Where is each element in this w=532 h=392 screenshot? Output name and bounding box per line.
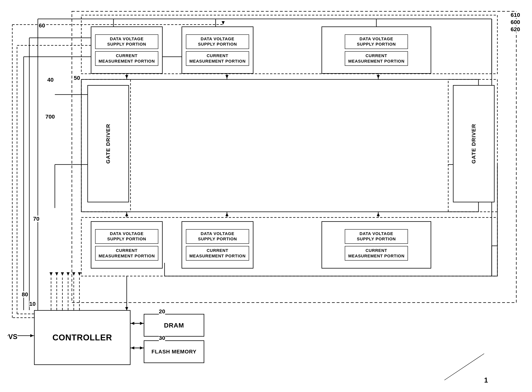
svg-marker-72	[30, 334, 34, 337]
svg-marker-64	[140, 322, 143, 325]
vs-label: VS	[8, 333, 17, 341]
top-cmp-2: CURRENTMEASUREMENT PORTION	[186, 51, 249, 66]
left-gate-driver-label: GATE DRIVER	[105, 124, 111, 163]
top-driver-box-3: DATA VOLTAGESUPPLY PORTION CURRENTMEASUR…	[322, 27, 431, 74]
svg-marker-70	[131, 346, 134, 350]
bottom-driver-box-1: DATA VOLTAGESUPPLY PORTION CURRENTMEASUR…	[91, 221, 163, 269]
svg-marker-29	[50, 272, 53, 276]
bottom-driver-box-2: DATA VOLTAGESUPPLY PORTION CURRENTMEASUR…	[182, 221, 253, 269]
bot-cmp-3: CURRENTMEASUREMENT PORTION	[345, 246, 408, 261]
svg-marker-68	[140, 346, 143, 350]
svg-marker-31	[61, 272, 64, 276]
svg-marker-38	[225, 213, 229, 216]
ref-1: 1	[484, 376, 488, 384]
svg-marker-34	[78, 272, 81, 276]
top-driver-box-2: DATA VOLTAGESUPPLY PORTION CURRENTMEASUR…	[182, 27, 253, 74]
svg-marker-30	[55, 272, 58, 276]
top-dvs-1: DATA VOLTAGESUPPLY PORTION	[95, 34, 158, 49]
controller-box: CONTROLLER	[34, 310, 131, 365]
bot-dvs-3: DATA VOLTAGESUPPLY PORTION	[345, 229, 408, 244]
svg-marker-40	[377, 213, 380, 216]
ref-80: 80	[22, 291, 28, 298]
ref-20: 20	[159, 308, 165, 315]
right-gate-driver-label: GATE DRIVER	[471, 124, 477, 163]
ref-40: 40	[47, 77, 54, 83]
svg-marker-66	[131, 322, 134, 325]
bottom-driver-box-3: DATA VOLTAGESUPPLY PORTION CURRENTMEASUR…	[322, 221, 431, 269]
top-dvs-3: DATA VOLTAGESUPPLY PORTION	[345, 34, 408, 49]
svg-marker-81	[222, 21, 225, 25]
dram-label: DRAM	[164, 322, 184, 329]
right-gate-driver-box: GATE DRIVER	[453, 85, 495, 202]
dram-box: DRAM	[144, 314, 204, 337]
svg-marker-33	[72, 272, 75, 276]
ref-620: 620	[511, 26, 520, 33]
bot-cmp-2: CURRENTMEASUREMENT PORTION	[186, 246, 249, 261]
top-cmp-1: CURRENTMEASUREMENT PORTION	[95, 51, 158, 66]
svg-marker-44	[225, 75, 229, 79]
ref-600: 600	[511, 19, 520, 25]
left-gate-driver-box: GATE DRIVER	[87, 85, 129, 202]
ref-70: 70	[33, 215, 39, 222]
ref-30: 30	[159, 335, 165, 341]
ref-60: 60	[39, 22, 45, 29]
bot-dvs-2: DATA VOLTAGESUPPLY PORTION	[186, 229, 249, 244]
svg-rect-2	[81, 79, 478, 212]
top-cmp-3: CURRENTMEASUREMENT PORTION	[345, 51, 408, 66]
svg-marker-46	[377, 75, 380, 79]
flash-memory-label: FLASH MEMORY	[151, 349, 196, 355]
top-dvs-2: DATA VOLTAGESUPPLY PORTION	[186, 34, 249, 49]
ref-700: 700	[45, 113, 55, 120]
svg-marker-42	[125, 75, 128, 79]
bot-cmp-1: CURRENTMEASUREMENT PORTION	[95, 246, 158, 261]
svg-line-73	[444, 354, 484, 380]
flash-memory-box: FLASH MEMORY	[144, 340, 204, 363]
controller-label: CONTROLLER	[52, 333, 112, 342]
svg-marker-36	[125, 213, 128, 216]
ref-610: 610	[511, 12, 520, 18]
ref-10: 10	[29, 301, 36, 307]
ref-50: 50	[74, 75, 80, 81]
bot-dvs-1: DATA VOLTAGESUPPLY PORTION	[95, 229, 158, 244]
top-driver-box-1: DATA VOLTAGESUPPLY PORTION CURRENTMEASUR…	[91, 27, 163, 74]
svg-marker-32	[67, 272, 70, 276]
